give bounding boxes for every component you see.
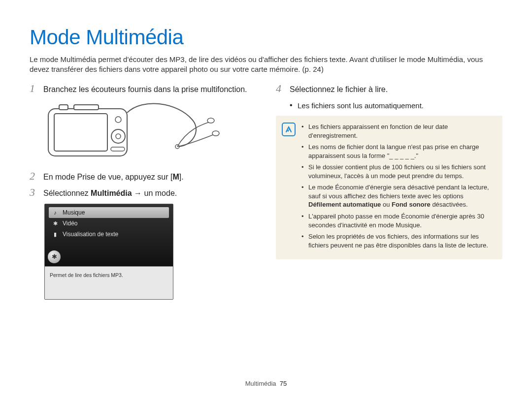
note-list: Les fichiers apparaissent en fonction de…: [301, 123, 494, 249]
footer-page-number: 75: [280, 380, 287, 387]
footer-section: Multimédia: [245, 380, 276, 387]
menu-item-musique: ♪ Musique: [49, 207, 169, 218]
note-item: Si le dossier contient plus de 100 fichi…: [301, 163, 494, 180]
manual-page: Mode Multimédia Le mode Multimédia perme…: [0, 0, 532, 401]
page-footer: Multimédia 75: [0, 379, 532, 388]
note-item: Le mode Économie d'énergie sera désactiv…: [301, 183, 494, 209]
music-note-icon: ♪: [52, 209, 59, 216]
step-number: 4: [276, 83, 285, 94]
note-text: désactivées.: [431, 201, 468, 208]
step-4-bullet: Les fichiers sont lus automatiquement.: [290, 100, 502, 111]
step-2: 2 En mode Prise de vue, appuyez sur [M].: [30, 171, 256, 183]
step-text-after: ].: [179, 173, 184, 181]
svg-rect-3: [54, 114, 107, 151]
menu-item-label: Visualisation de texte: [63, 230, 118, 238]
menu-item-video: ✱ Vidéo: [49, 218, 169, 229]
svg-point-9: [207, 118, 214, 123]
page-title: Mode Multimédia: [30, 24, 502, 52]
step-4: 4 Sélectionnez le fichier à lire.: [276, 83, 502, 95]
right-column: 4 Sélectionnez le fichier à lire. Les fi…: [276, 83, 502, 300]
camera-earbuds-diagram: [44, 100, 222, 164]
svg-point-6: [116, 134, 121, 139]
page-intro: Le mode Multimédia permet d'écouter des …: [30, 55, 502, 75]
step-key: M: [172, 173, 179, 181]
note-text: Le mode Économie d'énergie sera désactiv…: [308, 184, 489, 200]
step-text: Sélectionnez le fichier à lire.: [290, 83, 388, 95]
mode-dial-icon: ✱: [48, 250, 61, 263]
info-note-box: Les fichiers apparaissent en fonction de…: [276, 116, 502, 259]
step-1: 1 Branchez les écouteurs fournis dans la…: [30, 83, 256, 95]
film-icon: ✱: [52, 220, 59, 227]
two-column-layout: 1 Branchez les écouteurs fournis dans la…: [30, 83, 502, 300]
svg-rect-2: [74, 105, 99, 110]
camera-menu-caption: Permet de lire des fichiers MP3.: [45, 266, 173, 299]
note-item: Selon les propriétés de vos fichiers, de…: [301, 232, 494, 249]
svg-point-10: [212, 131, 219, 136]
note-bold: Fond sonore: [392, 201, 431, 208]
book-icon: ▮: [52, 231, 59, 238]
note-bold: Défilement automatique: [308, 201, 381, 208]
left-column: 1 Branchez les écouteurs fournis dans la…: [30, 83, 256, 300]
menu-item-texte: ▮ Visualisation de texte: [49, 229, 169, 240]
camera-menu-screenshot: ♪ Musique ✱ Vidéo ▮ Visualisation de tex…: [44, 204, 173, 300]
note-text: ou: [381, 201, 392, 208]
note-item: Les noms de fichier dont la langue n'est…: [301, 143, 494, 160]
step-number: 1: [30, 83, 38, 94]
svg-rect-1: [59, 105, 68, 110]
step-text-after: → un mode.: [132, 189, 177, 197]
note-item: L'appareil photo passe en mode Économie …: [301, 212, 494, 229]
step-3: 3 Sélectionnez Multimédia → un mode.: [30, 187, 256, 199]
bullet-icon: [290, 100, 293, 111]
step-number: 2: [30, 171, 38, 182]
step-bold: Multimédia: [91, 189, 132, 197]
menu-item-label: Vidéo: [63, 219, 77, 227]
step-text-before: Sélectionnez: [43, 189, 91, 197]
step-text: Sélectionnez Multimédia → un mode.: [43, 187, 177, 199]
step-text: En mode Prise de vue, appuyez sur [M].: [43, 171, 184, 183]
camera-menu-area: ♪ Musique ✱ Vidéo ▮ Visualisation de tex…: [45, 204, 173, 266]
step-number: 3: [30, 187, 38, 198]
info-icon: [282, 123, 296, 136]
svg-point-4: [115, 117, 121, 123]
step-text: Branchez les écouteurs fournis dans la p…: [43, 83, 247, 95]
step-text-before: En mode Prise de vue, appuyez sur [: [43, 173, 172, 181]
note-item: Les fichiers apparaissent en fonction de…: [301, 123, 494, 140]
svg-rect-7: [111, 147, 125, 151]
bullet-text: Les fichiers sont lus automatiquement.: [298, 100, 424, 111]
menu-item-label: Musique: [63, 209, 85, 216]
